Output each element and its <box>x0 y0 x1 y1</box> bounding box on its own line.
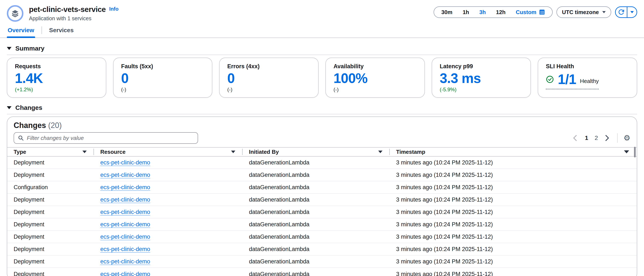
metric-label: Availability <box>334 63 417 70</box>
time-range-custom[interactable]: Custom <box>511 9 550 16</box>
cell-type: Deployment <box>7 209 94 215</box>
filter-caret-icon[interactable] <box>378 151 382 153</box>
refresh-button[interactable] <box>616 7 627 17</box>
resource-link[interactable]: ecs-pet-clinic-demo <box>100 209 150 215</box>
filter-caret-icon[interactable] <box>231 151 235 153</box>
resource-link[interactable]: ecs-pet-clinic-demo <box>100 221 150 228</box>
cell-timestamp: 3 minutes ago (10:24 PM 2025-11-12) <box>390 246 637 252</box>
cell-type: Deployment <box>7 159 94 166</box>
cell-timestamp: 3 minutes ago (10:24 PM 2025-11-12) <box>390 234 637 240</box>
refresh-options-button[interactable] <box>627 7 636 17</box>
metric-value: 0 <box>121 71 204 85</box>
metric-card-errors: Errors (4xx) 0 (-) <box>219 58 318 98</box>
tab-bar: Overview Services <box>0 24 644 38</box>
filter-caret-icon[interactable] <box>624 150 629 153</box>
metric-delta: (-) <box>121 87 204 93</box>
time-range-1h[interactable]: 1h <box>458 9 474 16</box>
cell-initiated-by: dataGenerationLambda <box>242 196 390 203</box>
resource-link[interactable]: ecs-pet-clinic-demo <box>100 184 150 190</box>
metric-label: Latency p99 <box>440 63 523 70</box>
summary-section: Summary Requests 1.4K (+1.2%) Faults (5x… <box>0 45 644 98</box>
filter-changes-input[interactable] <box>27 135 194 142</box>
page-number-1[interactable]: 1 <box>585 134 588 142</box>
changes-table-body: Deployment ecs-pet-clinic-demo dataGener… <box>7 157 637 276</box>
resource-link[interactable]: ecs-pet-clinic-demo <box>100 271 150 276</box>
cell-timestamp: 3 minutes ago (10:24 PM 2025-11-12) <box>390 271 637 276</box>
cell-type: Deployment <box>7 234 94 240</box>
metric-value: 3.3 ms <box>440 71 523 85</box>
metric-label: Faults (5xx) <box>121 63 204 70</box>
gear-icon[interactable]: ⚙ <box>624 134 630 142</box>
triangle-down-icon[interactable] <box>7 106 12 109</box>
time-range-30m[interactable]: 30m <box>436 9 458 16</box>
metric-card-requests: Requests 1.4K (+1.2%) <box>7 58 106 98</box>
summary-section-title: Summary <box>15 45 44 52</box>
metric-delta: (-5.9%) <box>440 87 523 93</box>
chevron-down-icon <box>630 11 634 13</box>
cell-timestamp: 3 minutes ago (10:24 PM 2025-11-12) <box>390 159 637 166</box>
cell-timestamp: 3 minutes ago (10:24 PM 2025-11-12) <box>390 258 637 265</box>
table-row: Deployment ecs-pet-clinic-demo dataGener… <box>7 169 637 181</box>
chevron-down-icon <box>602 11 606 13</box>
cell-type: Deployment <box>7 258 94 265</box>
refresh-split-button <box>615 7 637 18</box>
column-header-initiated-by: Initiated By <box>242 148 390 156</box>
filter-caret-icon[interactable] <box>82 151 87 153</box>
app-subtitle: Application with 1 services <box>29 15 118 22</box>
table-row: Deployment ecs-pet-clinic-demo dataGener… <box>7 255 637 268</box>
cell-timestamp: 3 minutes ago (10:24 PM 2025-11-12) <box>390 196 637 203</box>
cell-initiated-by: dataGenerationLambda <box>242 172 390 178</box>
tab-overview[interactable]: Overview <box>7 24 35 38</box>
metric-card-availability: Availability 100% (-) <box>326 58 425 98</box>
refresh-icon <box>618 9 624 15</box>
chevron-right-icon[interactable] <box>604 133 611 143</box>
sli-health-badge[interactable]: 1/1 Healthy <box>546 73 599 89</box>
resource-link[interactable]: ecs-pet-clinic-demo <box>100 258 150 265</box>
cell-type: Deployment <box>7 221 94 228</box>
metric-card-sli-health: SLI Health 1/1 Healthy <box>538 58 637 98</box>
check-circle-icon <box>546 75 554 83</box>
cell-initiated-by: dataGenerationLambda <box>242 184 390 191</box>
sli-health-value: 1/1 <box>558 73 576 86</box>
table-row: Configuration ecs-pet-clinic-demo dataGe… <box>7 181 637 194</box>
changes-section: Changes Changes (20) <box>0 104 644 276</box>
cell-initiated-by: dataGenerationLambda <box>242 209 390 215</box>
metric-card-latency: Latency p99 3.3 ms (-5.9%) <box>432 58 531 98</box>
triangle-down-icon[interactable] <box>7 47 12 50</box>
timezone-dropdown[interactable]: UTC timezone <box>556 7 611 18</box>
metric-value: 1.4K <box>15 71 98 85</box>
column-header-resource: Resource <box>94 148 242 156</box>
cell-timestamp: 3 minutes ago (10:24 PM 2025-11-12) <box>390 209 637 215</box>
calendar-grid-icon <box>539 9 545 15</box>
chevron-left-icon[interactable] <box>572 133 578 143</box>
changes-panel-heading: Changes (20) <box>14 121 630 130</box>
metric-value: 0 <box>227 71 310 85</box>
section-divider <box>7 114 637 114</box>
metric-delta: (-) <box>227 87 310 93</box>
resource-link[interactable]: ecs-pet-clinic-demo <box>100 196 150 203</box>
application-avatar <box>7 5 24 22</box>
section-divider <box>7 55 637 55</box>
cell-timestamp: 3 minutes ago (10:24 PM 2025-11-12) <box>390 172 637 178</box>
time-range-3h-selected[interactable]: 3h <box>474 9 491 16</box>
resource-link[interactable]: ecs-pet-clinic-demo <box>100 172 150 178</box>
cell-type: Deployment <box>7 271 94 276</box>
metric-value: 100% <box>334 71 417 85</box>
vertical-scrollbar-thumb[interactable] <box>634 147 636 157</box>
page-title: pet-clinic-vets-service <box>29 5 106 14</box>
search-icon <box>18 135 24 141</box>
changes-panel: Changes (20) <box>7 116 637 276</box>
metric-label: Errors (4xx) <box>227 63 310 70</box>
resource-link[interactable]: ecs-pet-clinic-demo <box>100 234 150 240</box>
table-row: Deployment ecs-pet-clinic-demo dataGener… <box>7 206 637 218</box>
cell-type: Deployment <box>7 196 94 203</box>
time-range-12h[interactable]: 12h <box>491 9 511 16</box>
resource-link[interactable]: ecs-pet-clinic-demo <box>100 159 150 166</box>
info-link[interactable]: Info <box>109 6 118 12</box>
column-header-timestamp: Timestamp <box>390 148 637 156</box>
cell-type: Deployment <box>7 246 94 252</box>
page-number-2[interactable]: 2 <box>594 134 598 142</box>
layers-icon <box>11 9 20 18</box>
resource-link[interactable]: ecs-pet-clinic-demo <box>100 246 150 252</box>
tab-services[interactable]: Services <box>48 24 74 38</box>
